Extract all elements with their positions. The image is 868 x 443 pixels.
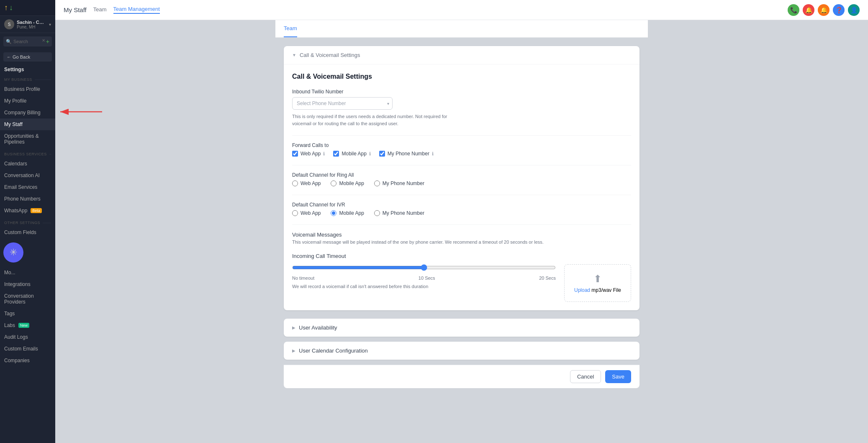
help-icon-btn[interactable]: ❓	[833, 4, 845, 16]
sidebar-item-opportunities-pipelines[interactable]: Opportunities & Pipelines	[0, 130, 55, 148]
tab-team[interactable]: Team	[93, 6, 107, 13]
section-nav-label: Call & Voicemail Settings	[300, 52, 360, 58]
search-clear-icon[interactable]: ✕	[42, 38, 45, 45]
tab-team-management[interactable]: Team Management	[113, 6, 160, 14]
ivr-my-phone-label: My Phone Number	[383, 210, 424, 216]
upload-file-type: mp3/wav File	[591, 287, 621, 293]
ivr-radios: Web App Mobile App My Phone Number	[292, 210, 631, 216]
ring-web-app-radio[interactable]	[292, 180, 298, 186]
ivr-mobile-app[interactable]: Mobile App	[331, 210, 364, 216]
forward-web-app-checkbox[interactable]	[292, 151, 298, 157]
sidebar-item-company-billing[interactable]: Company Billing	[0, 107, 55, 118]
phone-icon-btn[interactable]: 📞	[788, 4, 799, 16]
upload-area[interactable]: ⬆ Upload mp3/wav File	[564, 264, 631, 302]
ring-mobile-app-radio[interactable]	[331, 180, 336, 186]
forward-my-phone-checkbox[interactable]	[379, 151, 385, 157]
ring-web-app[interactable]: Web App	[292, 180, 321, 186]
sidebar-item-my-profile[interactable]: My Profile	[0, 95, 55, 107]
user-location: Pune, MH	[17, 25, 46, 29]
sidebar-label: Audit Logs	[4, 334, 28, 340]
sidebar-label: Business Profile	[4, 86, 40, 92]
divider-4	[292, 224, 631, 225]
page-title: My Staff	[64, 6, 87, 13]
sidebar-item-custom-fields[interactable]: Custom Fields	[0, 227, 55, 238]
sidebar-item-email-services[interactable]: Email Services	[0, 181, 55, 193]
sidebar-item-calendars[interactable]: Calendars	[0, 158, 55, 170]
slider-area: No timeout 10 Secs 20 Secs We will recor…	[292, 264, 556, 289]
sidebar-item-my-staff[interactable]: My Staff	[0, 118, 55, 130]
phone-number-select-wrapper: Select Phone Number ▾	[292, 97, 393, 110]
user-availability-header[interactable]: ▶ User Availability	[284, 319, 639, 337]
logo: ↑ ↓	[4, 3, 13, 12]
forward-mobile-app-checkbox[interactable]	[333, 151, 339, 157]
user-icon-btn[interactable]: 👤	[848, 4, 860, 16]
sidebar-item-conversation-ai[interactable]: Conversation AI	[0, 170, 55, 181]
forward-my-phone[interactable]: My Phone Number ℹ	[379, 151, 434, 157]
sidebar-item-mo[interactable]: Mo...	[0, 267, 55, 278]
inbound-twilio-label: Inbound Twilio Number	[292, 89, 631, 95]
upload-text: Upload mp3/wav File	[574, 287, 621, 293]
business-services-section: BUSINESS SERVICES	[0, 148, 55, 158]
main-area: My Staff Team Team Management 📞 🔔 🔔 ❓ 👤 …	[55, 0, 868, 443]
slider-label-20secs: 20 Secs	[539, 276, 556, 281]
sidebar-item-business-profile[interactable]: Business Profile	[0, 83, 55, 95]
sidebar-item-conversation-providers[interactable]: Conversation Providers	[0, 290, 55, 308]
mobile-app-info-icon[interactable]: ℹ	[369, 151, 371, 157]
search-input[interactable]	[13, 39, 40, 44]
save-button[interactable]: Save	[605, 370, 631, 383]
search-add-icon[interactable]: +	[46, 38, 49, 45]
ivr-my-phone-radio[interactable]	[374, 210, 380, 216]
phone-number-select[interactable]: Select Phone Number	[292, 97, 393, 110]
go-back-button[interactable]: ← Go Back	[3, 52, 52, 62]
ivr-group: Default Channel for IVR Web App Mobile A…	[292, 202, 631, 216]
ivr-mobile-app-radio[interactable]	[331, 210, 336, 216]
ai-button[interactable]: ✳	[3, 242, 23, 263]
cancel-button[interactable]: Cancel	[570, 370, 601, 383]
upload-link[interactable]: Upload	[574, 287, 590, 293]
sidebar-label: My Staff	[4, 121, 23, 127]
ring-mobile-app-label: Mobile App	[339, 180, 364, 186]
sidebar-item-whatsapp[interactable]: WhatsApp Beta	[0, 205, 55, 216]
inbound-helper-text: This is only required if the users needs…	[292, 113, 460, 127]
sidebar-label: Opportunities & Pipelines	[4, 133, 51, 145]
tab-team-inner[interactable]: Team	[284, 20, 297, 37]
sidebar-item-labs[interactable]: Labs New	[0, 319, 55, 331]
sidebar-item-audit-logs[interactable]: Audit Logs	[0, 331, 55, 343]
ring-mobile-app[interactable]: Mobile App	[331, 180, 364, 186]
sidebar-item-custom-emails[interactable]: Custom Emails	[0, 343, 55, 355]
sidebar-item-phone-numbers[interactable]: Phone Numbers	[0, 193, 55, 205]
forward-mobile-app[interactable]: Mobile App ℹ	[333, 151, 370, 157]
sidebar-label: My Profile	[4, 98, 26, 104]
ring-all-group: Default Channel for Ring All Web App Mob…	[292, 172, 631, 186]
ring-my-phone-radio[interactable]	[374, 180, 380, 186]
forward-web-app[interactable]: Web App ℹ	[292, 151, 325, 157]
user-calendar-label: User Calendar Configuration	[299, 348, 368, 354]
alert-icon-btn[interactable]: 🔔	[818, 4, 829, 16]
chevron-down-icon: ▼	[292, 53, 296, 57]
ring-my-phone[interactable]: My Phone Number	[374, 180, 424, 186]
ivr-web-app[interactable]: Web App	[292, 210, 321, 216]
divider-3	[292, 195, 631, 195]
sidebar-label: Calendars	[4, 161, 27, 167]
sidebar-item-integrations[interactable]: Integrations	[0, 278, 55, 290]
my-business-section: MY BUSINESS	[0, 73, 55, 83]
user-info[interactable]: S Sachin - CAFE PETER Pune, MH ▾	[0, 16, 55, 33]
user-calendar-header[interactable]: ▶ User Calendar Configuration	[284, 342, 639, 360]
logo-arrow-up-icon: ↑	[4, 3, 8, 12]
notification-icon-btn[interactable]: 🔔	[803, 4, 814, 16]
ivr-label: Default Channel for IVR	[292, 202, 631, 208]
sidebar-label: Tags	[4, 311, 15, 317]
my-phone-info-icon[interactable]: ℹ	[432, 151, 434, 157]
inner-tab-bar: Team	[275, 20, 648, 38]
slider-track	[292, 264, 556, 272]
call-voicemail-header[interactable]: ▼ Call & Voicemail Settings	[284, 46, 639, 64]
sidebar-item-tags[interactable]: Tags	[0, 308, 55, 319]
content-wrapper: Team ▼ Call & Voicemail Settings Call & …	[275, 20, 648, 443]
sidebar-item-companies[interactable]: Companies	[0, 355, 55, 366]
other-settings-section: OTHER SETTINGS	[0, 216, 55, 227]
timeout-slider[interactable]	[292, 264, 556, 271]
user-chevron-icon: ▾	[49, 22, 51, 27]
ivr-web-app-radio[interactable]	[292, 210, 298, 216]
ivr-my-phone[interactable]: My Phone Number	[374, 210, 424, 216]
web-app-info-icon[interactable]: ℹ	[323, 151, 325, 157]
